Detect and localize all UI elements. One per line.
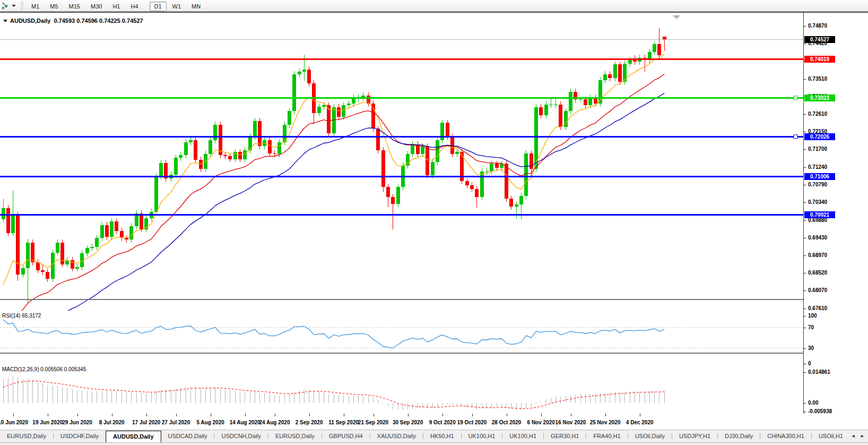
- candle-bull: [569, 92, 572, 112]
- rsi-label: RSI(14) 65.3172: [2, 313, 41, 319]
- candle-bear: [273, 153, 276, 154]
- candle-bear: [465, 181, 469, 185]
- candle-bull: [75, 267, 79, 269]
- candle-bull: [554, 105, 558, 105]
- price-level-badge: 0.74019: [804, 56, 835, 63]
- price-tick-mark: [804, 26, 806, 27]
- symbol-tab-usdjpy-h1[interactable]: USDJPY,H1: [672, 430, 717, 442]
- toolbar-grip[interactable]: [21, 2, 23, 10]
- symbol-tab-uk100-h1[interactable]: UK100,H1: [462, 430, 502, 442]
- date-tick-mark: [605, 414, 606, 416]
- symbol-tab-uk100-h1[interactable]: UK100,H1: [502, 430, 543, 442]
- autoscroll-marker-icon[interactable]: [673, 15, 680, 19]
- candle-bull: [342, 105, 345, 117]
- symbol-tab-audusd-daily[interactable]: AUDUSD,Daily: [106, 431, 161, 442]
- symbol-tab-usdchf-daily[interactable]: USDCHF,Daily: [54, 430, 106, 442]
- price-tick-mark: [804, 255, 806, 256]
- date-label: 27 Jul 2020: [162, 420, 190, 425]
- candle-bear: [618, 64, 622, 82]
- candle-bear: [228, 156, 232, 159]
- candle-bull: [100, 225, 104, 237]
- candle-bear: [381, 150, 385, 187]
- panel-separator[interactable]: [0, 353, 868, 354]
- candle-bear: [470, 185, 474, 189]
- timeframe-button-h1[interactable]: H1: [108, 2, 125, 11]
- chevron-down-icon[interactable]: [12, 5, 16, 7]
- candle-bull: [549, 105, 553, 105]
- symbol-tab-eurusd-daily[interactable]: EURUSD,Daily: [268, 430, 322, 442]
- timeframe-button-h4[interactable]: H4: [126, 2, 143, 11]
- candle-bear: [633, 60, 637, 62]
- symbol-tab-usoil-h1[interactable]: USOil,H1: [812, 430, 850, 442]
- price-tick-label: 0.74870: [808, 23, 827, 29]
- macd-panel[interactable]: MACD(12,26,9) 0.005506 0.005345: [0, 365, 803, 414]
- timeframe-buttons: M1M5M15M30H1H4D1W1MN: [26, 1, 206, 11]
- timeframe-button-w1[interactable]: W1: [168, 2, 186, 11]
- symbol-tab-fra40-h1[interactable]: FRA40,H1: [586, 430, 627, 442]
- symbol-tab-usoil-daily[interactable]: USOil,Daily: [628, 430, 672, 442]
- main-chart[interactable]: AUDUSD,Daily 0.74593 0.74596 0.74225 0.7…: [0, 15, 803, 311]
- candle-bull: [179, 155, 183, 158]
- candle-bull: [347, 104, 351, 106]
- symbol-tab-dj30-daily[interactable]: DJ30,Daily: [718, 430, 760, 442]
- price-level-badge: 0.70021: [804, 211, 835, 218]
- date-label: 19 Jun 2020: [32, 420, 63, 425]
- candle-bull: [302, 70, 306, 72]
- candle-bull: [56, 243, 59, 252]
- timeframe-button-m15[interactable]: M15: [64, 2, 85, 11]
- candle-bull: [628, 60, 632, 64]
- timeframe-button-m5[interactable]: M5: [45, 2, 63, 11]
- candle-bear: [31, 243, 34, 262]
- tab-scroll-arrows[interactable]: ◄ ►: [849, 433, 866, 439]
- candle-bear: [539, 107, 543, 115]
- timeframe-button-mn[interactable]: MN: [187, 2, 205, 11]
- date-tick-mark: [48, 414, 48, 416]
- price-level-badge: 0.73023: [804, 95, 835, 101]
- timeframe-button-d1[interactable]: D1: [150, 2, 167, 11]
- rsi-panel[interactable]: RSI(14) 65.3172: [0, 312, 803, 364]
- macd-tick-mark: [804, 412, 806, 412]
- date-label: 17 Jul 2020: [132, 420, 160, 425]
- panel-separator[interactable]: [0, 299, 868, 300]
- price-tick-mark: [804, 167, 806, 168]
- candle-bull: [277, 142, 281, 154]
- symbol-tab-usdcad-daily[interactable]: USDCAD,Daily: [161, 430, 214, 442]
- chart-header: AUDUSD,Daily 0.74593 0.74596 0.74225 0.7…: [3, 18, 146, 24]
- candle-bear: [446, 123, 449, 136]
- price-tick-label: 0.68970: [808, 252, 827, 258]
- candle-bear: [258, 121, 262, 147]
- date-axis[interactable]: 10 Jun 202019 Jun 202029 Jun 20208 Jul 2…: [0, 414, 868, 430]
- candle-bull: [490, 164, 493, 172]
- price-tick-mark: [804, 132, 806, 132]
- price-axis[interactable]: 0.748700.744200.739700.735100.730600.726…: [803, 13, 868, 414]
- pointer-tool-icon[interactable]: [1, 2, 11, 10]
- candle-bull: [519, 196, 523, 204]
- symbol-tab-hk50-h1[interactable]: HK50,H1: [423, 430, 461, 442]
- symbol-tab-gbpusd-h4[interactable]: GBPUSD,H4: [322, 430, 370, 442]
- date-label: 9 Oct 2020: [429, 420, 456, 425]
- symbol-tab-usdcnh-daily[interactable]: USDCNH,Daily: [214, 430, 268, 442]
- candle-bull: [288, 111, 291, 125]
- candle-bear: [194, 140, 197, 160]
- candle-bull: [154, 177, 158, 212]
- candle-bull: [480, 172, 484, 197]
- symbol-tab-ger30-h1[interactable]: GER30,H1: [544, 430, 586, 442]
- symbol-tab-china300-h1[interactable]: CHINA300,H1: [760, 430, 811, 442]
- symbol-tab-xauusd-daily[interactable]: XAUUSD,Daily: [370, 430, 423, 442]
- mt4-window: M1M5M15M30H1H4D1W1MN AUDUSD,Daily 0.7459…: [0, 0, 868, 445]
- ma-line-fast: [3, 54, 664, 285]
- timeframe-button-m30[interactable]: M30: [86, 2, 107, 11]
- candle-bear: [376, 129, 380, 150]
- collapse-triangle-icon[interactable]: [3, 20, 7, 22]
- timeframe-button-m1[interactable]: M1: [27, 2, 44, 11]
- candle-bull: [129, 226, 133, 240]
- date-label: 5 Aug 2020: [196, 420, 224, 425]
- date-label: 24 Aug 2020: [259, 420, 290, 425]
- candle-bear: [238, 152, 242, 159]
- candle-bull: [431, 162, 435, 176]
- candle-bull: [515, 204, 518, 207]
- symbol-tab-eurusd-daily[interactable]: EURUSD,Daily: [0, 430, 53, 442]
- date-label: 19 Oct 2020: [457, 420, 487, 425]
- candle-bull: [174, 158, 178, 175]
- candle-bear: [125, 238, 128, 239]
